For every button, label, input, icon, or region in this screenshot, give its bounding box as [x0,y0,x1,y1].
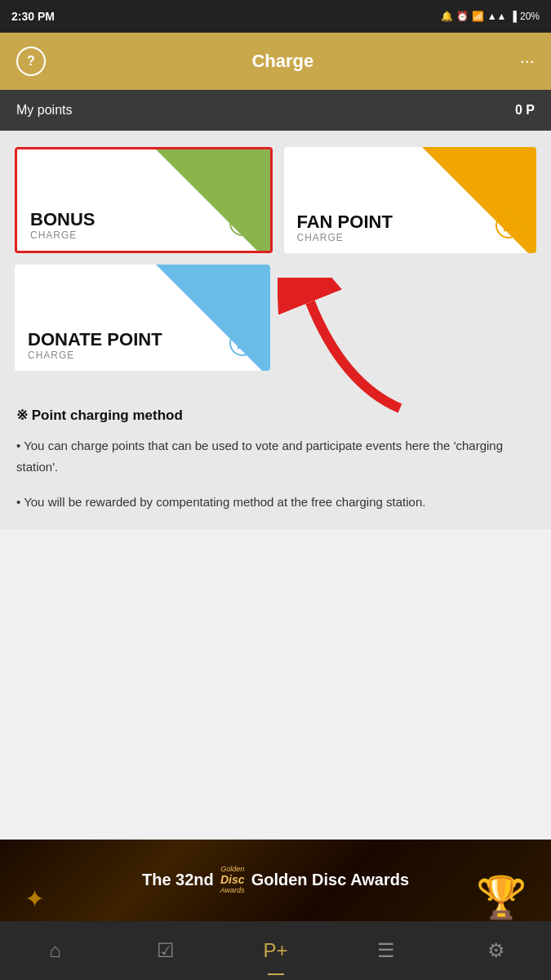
banner-suffix: Golden Disc Awards [251,871,409,889]
cards-row-top: BONUS CHARGE ▶ FAN POINT CHARGE ▶ [15,147,536,253]
fan-card-subtitle: CHARGE [297,232,524,243]
donate-card-arrow: ▶ [229,330,256,356]
banner[interactable]: ✦ The 32nd Golden Disc Awards Golden Dis… [0,840,551,921]
nav-list[interactable]: ☰ [331,921,441,980]
battery-icon: ▐ [509,11,517,22]
nav-check[interactable]: ☑ [110,921,220,980]
bonus-card[interactable]: BONUS CHARGE ▶ [15,147,273,253]
points-icon: P+ [263,939,287,962]
info-line1: • You can charge points that can be used… [16,435,535,477]
my-points-label: My points [16,103,72,118]
page-title: Charge [251,51,313,72]
banner-logo-sub: Awards [220,887,245,895]
status-bar: 2:30 PM 🔔 ⏰ 📶 ▲▲ ▐ 20% [0,0,551,33]
fan-card-title: FAN POINT [297,212,524,232]
info-line2: • You will be rewarded by compentating m… [16,492,535,513]
banner-logo: Golden Disc Awards [220,866,245,894]
question-icon: ? [27,54,35,69]
my-points-value: 0 P [515,103,535,118]
gear-icon: ⚙ [487,939,505,962]
signal-icon: ▲▲ [487,11,507,22]
help-button[interactable]: ? [16,47,46,76]
nav-settings[interactable]: ⚙ [441,921,551,980]
check-icon: ☑ [157,939,175,962]
cards-section: BONUS CHARGE ▶ FAN POINT CHARGE ▶ DONATE… [0,131,551,390]
info-section: ※ Point charging method • You can charge… [0,390,551,529]
mute-icon: 🔔 [441,11,453,22]
header: ? Charge ··· [0,33,551,90]
banner-text-area: The 32nd Golden Disc Awards Golden Disc … [142,866,409,894]
alarm-icon: ⏰ [456,11,469,22]
fan-card-arrow: ▶ [495,212,522,238]
bonus-card-arrow: ▶ [229,210,256,236]
fan-point-card[interactable]: FAN POINT CHARGE ▶ [284,147,537,253]
banner-prefix: The 32nd [142,871,214,889]
nav-home[interactable]: ⌂ [0,921,110,980]
banner-logo-main: Disc [220,874,245,886]
bottom-nav: ⌂ ☑ P+ ☰ ⚙ [0,921,551,980]
cards-row-bottom: DONATE POINT CHARGE ▶ [15,265,536,371]
nav-points[interactable]: P+ [220,921,331,980]
bonus-card-title: BONUS [30,210,257,229]
list-icon: ☰ [377,939,395,962]
battery-percent: 20% [520,11,540,22]
status-time: 2:30 PM [11,10,55,23]
status-icons: 🔔 ⏰ 📶 ▲▲ ▐ 20% [441,11,540,22]
banner-sparkles: ✦ [24,884,45,913]
wifi-icon: 📶 [472,11,484,22]
donate-point-card[interactable]: DONATE POINT CHARGE ▶ [15,265,270,371]
bonus-card-subtitle: CHARGE [30,229,257,241]
donate-card-subtitle: CHARGE [28,350,257,361]
home-icon: ⌂ [49,939,61,962]
info-title: ※ Point charging method [16,407,535,424]
banner-trophy: 🏆 [476,874,527,921]
my-points-bar: My points 0 P [0,90,551,131]
donate-card-title: DONATE POINT [28,330,257,350]
message-button[interactable]: ··· [520,51,535,72]
